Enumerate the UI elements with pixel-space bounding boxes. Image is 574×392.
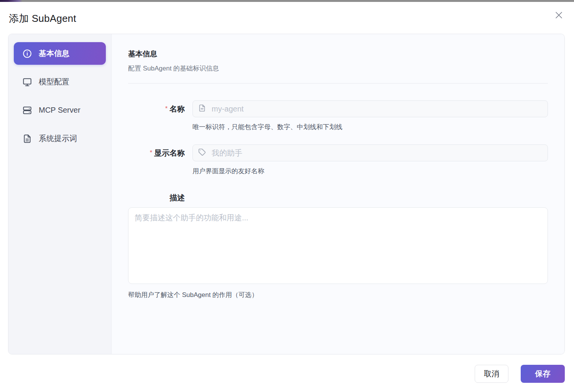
name-field-row: *名称: [128, 100, 548, 117]
monitor-icon: [22, 77, 32, 87]
section-title: 基本信息: [128, 49, 548, 59]
required-asterisk: *: [165, 105, 168, 112]
close-button[interactable]: [553, 10, 564, 21]
sidebar-item-system-prompt[interactable]: 系统提示词: [14, 127, 106, 150]
name-input-group: [192, 100, 548, 117]
description-helper: 帮助用户了解这个 SubAgent 的作用（可选）: [128, 290, 548, 299]
sidebar-item-label: 基本信息: [39, 48, 69, 59]
dialog-footer: 取消 保存: [475, 365, 565, 383]
close-icon: [555, 11, 562, 20]
settings-nav: 基本信息 模型配置 MCP Server 系统提示词: [8, 34, 112, 354]
required-asterisk: *: [150, 149, 152, 156]
save-button[interactable]: 保存: [521, 365, 565, 383]
sidebar-item-model-config[interactable]: 模型配置: [14, 71, 106, 93]
display-name-helper-row: 用户界面显示的友好名称: [128, 167, 548, 175]
display-name-helper: 用户界面显示的友好名称: [192, 167, 548, 175]
file-text-icon: [22, 134, 32, 144]
description-label: 描述: [128, 193, 185, 203]
info-icon: [22, 49, 32, 59]
display-name-label: *显示名称: [128, 148, 185, 158]
dialog-body-panel: 基本信息 模型配置 MCP Server 系统提示词: [8, 34, 565, 354]
name-label: *名称: [128, 104, 185, 114]
sidebar-item-basic-info[interactable]: 基本信息: [14, 42, 106, 65]
sidebar-item-label: 模型配置: [39, 77, 69, 87]
basic-info-section: 基本信息 配置 SubAgent 的基础标识信息 *名称 唯一标识符，只能包含字…: [112, 34, 564, 354]
tag-icon: [198, 148, 206, 158]
section-divider: [128, 83, 548, 84]
name-helper-row: 唯一标识符，只能包含字母、数字、中划线和下划线: [128, 123, 548, 131]
sidebar-item-label: MCP Server: [39, 106, 81, 115]
name-helper: 唯一标识符，只能包含字母、数字、中划线和下划线: [192, 123, 548, 131]
sidebar-item-mcp-server[interactable]: MCP Server: [14, 99, 106, 121]
description-textarea[interactable]: [128, 207, 548, 284]
display-name-input[interactable]: [211, 148, 543, 158]
server-icon: [22, 105, 32, 115]
file-code-icon: [198, 104, 206, 114]
display-name-input-group: [192, 144, 548, 161]
display-name-field-row: *显示名称: [128, 144, 548, 161]
sidebar-item-label: 系统提示词: [39, 133, 77, 144]
page-title: 添加 SubAgent: [9, 12, 76, 25]
name-input[interactable]: [211, 104, 543, 114]
add-subagent-dialog: 添加 SubAgent 基本信息 模型配置: [0, 2, 574, 392]
description-label-row: 描述: [128, 193, 548, 203]
section-subtitle: 配置 SubAgent 的基础标识信息: [128, 64, 548, 73]
cancel-button[interactable]: 取消: [475, 365, 508, 383]
